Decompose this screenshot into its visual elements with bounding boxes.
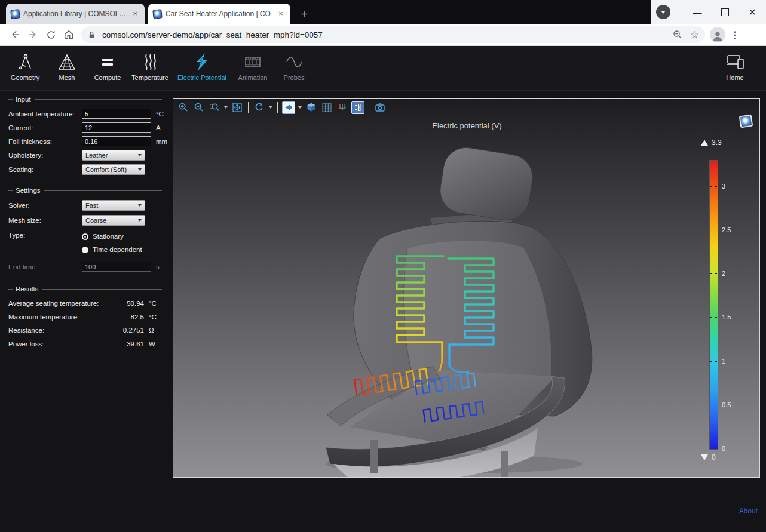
maximize-icon (721, 8, 729, 16)
ribbon-label: Mesh (59, 74, 75, 81)
field-row: Ambient temperature: °C (8, 107, 162, 121)
browser-window: Application Library | COMSOL Se × Car Se… (0, 0, 766, 532)
chevron-down-icon[interactable] (298, 106, 302, 109)
home-button[interactable] (60, 26, 78, 44)
tab-title: Application Library | COMSOL Se (23, 10, 127, 18)
result-row: Power loss: 39.61 W (8, 337, 162, 351)
chevron-down-icon (138, 168, 142, 171)
ribbon-probes-button[interactable]: Probes (269, 52, 319, 87)
heat-waves-icon (140, 52, 160, 72)
tab-search-button[interactable] (656, 5, 670, 19)
ribbon-home-button[interactable]: Home (710, 52, 760, 87)
mesh-size-dropdown[interactable]: Coarse (82, 215, 145, 226)
about-link[interactable]: About (739, 507, 758, 515)
field-row: Mesh size: Coarse (8, 213, 162, 227)
sine-wave-icon (284, 52, 304, 72)
zoom-box-button[interactable] (208, 101, 221, 114)
result-value: 82.5 (107, 313, 144, 321)
lightning-bolt-icon (192, 52, 212, 72)
end-time-input (82, 262, 151, 272)
maximize-button[interactable] (711, 0, 739, 24)
browser-zoom-icon[interactable] (672, 29, 683, 40)
chevron-down-icon[interactable] (224, 106, 228, 109)
back-button[interactable] (6, 26, 24, 44)
toolbar-separator (277, 102, 278, 113)
color-legend-button[interactable] (351, 101, 364, 114)
graphics-toolbar (177, 100, 387, 115)
field-label: Ambient temperature: (8, 110, 82, 118)
result-unit: °C (149, 313, 162, 321)
seating-dropdown[interactable]: Comfort (Soft) (82, 164, 145, 175)
result-row: Average seating temperature: 50.94 °C (8, 297, 162, 310)
solver-dropdown[interactable]: Fast (82, 200, 145, 211)
scene-light-button[interactable] (305, 101, 318, 114)
address-bar[interactable]: comsol.com/server-demo/app/car_seat_heat… (81, 26, 705, 43)
current-input[interactable] (82, 122, 151, 133)
min-marker-icon (701, 454, 708, 460)
field-label: Seating: (8, 166, 82, 173)
axis-markers-button[interactable] (336, 101, 349, 114)
new-tab-button[interactable]: + (298, 8, 311, 21)
film-strip-icon (243, 52, 263, 72)
chevron-down-icon[interactable] (269, 106, 272, 109)
colorbar-tick-label: 2.5 (722, 226, 731, 234)
ribbon-temperature-button[interactable]: Temperature (125, 52, 175, 87)
reload-button[interactable] (42, 26, 60, 44)
colorbar-tick-label: 1 (722, 357, 725, 365)
field-label: Current: (8, 124, 82, 131)
zoom-extents-button[interactable] (231, 101, 244, 114)
dropdown-value: Fast (85, 202, 136, 209)
window-controls: — ✕ (651, 0, 766, 24)
radio-time-dependent[interactable]: Time dependent (82, 243, 142, 256)
projection-button[interactable] (282, 101, 295, 114)
app-ribbon: Geometry Mesh Compute Temperature (0, 46, 766, 91)
field-label: End time: (8, 263, 82, 270)
radio-label: Time dependent (93, 246, 142, 253)
chevron-down-icon (138, 219, 142, 222)
comsol-favicon (152, 9, 162, 19)
zoom-in-button[interactable] (177, 101, 190, 114)
result-label: Power loss: (8, 340, 107, 348)
ribbon-label: Geometry (11, 74, 39, 81)
profile-avatar[interactable] (710, 27, 725, 42)
unit-label: °C (156, 110, 164, 118)
max-marker-icon (701, 140, 708, 146)
upholstery-dropdown[interactable]: Leather (82, 150, 145, 161)
field-row: Solver: Fast (8, 198, 162, 213)
input-sidebar: Input Ambient temperature: °C Current: A… (0, 91, 170, 532)
browser-tab-active[interactable]: Car Seat Heater Application | CO × (148, 4, 290, 24)
mesh-triangle-icon (57, 52, 77, 72)
field-row: Foil thickness: mm (8, 134, 162, 148)
tab-close-icon[interactable]: × (130, 9, 140, 19)
bookmark-star-icon[interactable]: ☆ (690, 29, 699, 41)
ambient-temperature-input[interactable] (82, 109, 151, 119)
field-label: Upholstery: (8, 152, 82, 159)
screenshot-button[interactable] (373, 101, 387, 114)
colorbar-tick-label: 2 (722, 269, 725, 278)
heater-coil-cushion (354, 361, 483, 422)
browser-tab-inactive[interactable]: Application Library | COMSOL Se × (6, 4, 145, 24)
dropdown-value: Coarse (85, 217, 136, 224)
tab-close-icon[interactable]: × (276, 9, 286, 19)
comsol-logo (739, 115, 753, 128)
ribbon-electric-potential-button[interactable]: Electric Potential (177, 52, 227, 87)
zoom-out-button[interactable] (192, 101, 206, 114)
car-seat-3d-view[interactable] (173, 99, 759, 477)
unit-label: A (156, 124, 162, 131)
minimize-button[interactable]: — (684, 0, 711, 24)
foil-thickness-input[interactable] (82, 136, 151, 146)
close-button[interactable]: ✕ (739, 0, 766, 24)
radio-stationary[interactable]: Stationary (82, 230, 142, 243)
colorbar-min: 0 (701, 453, 716, 462)
result-value: 39.61 (107, 340, 144, 348)
browser-menu-icon[interactable]: ⋮ (730, 29, 740, 41)
colorbar-tick-label: 0 (722, 444, 725, 453)
reset-view-button[interactable] (253, 101, 266, 114)
radio-unselected-icon (82, 247, 88, 253)
field-row: Upholstery: Leather (8, 148, 162, 162)
forward-button[interactable] (24, 26, 42, 44)
section-header-settings: Settings (8, 187, 162, 194)
seat-headrest (430, 144, 536, 248)
graphics-panel[interactable]: Electric potential (V) 3.3 3 2.5 2 1.5 1… (173, 98, 760, 478)
grid-button[interactable] (320, 101, 333, 114)
